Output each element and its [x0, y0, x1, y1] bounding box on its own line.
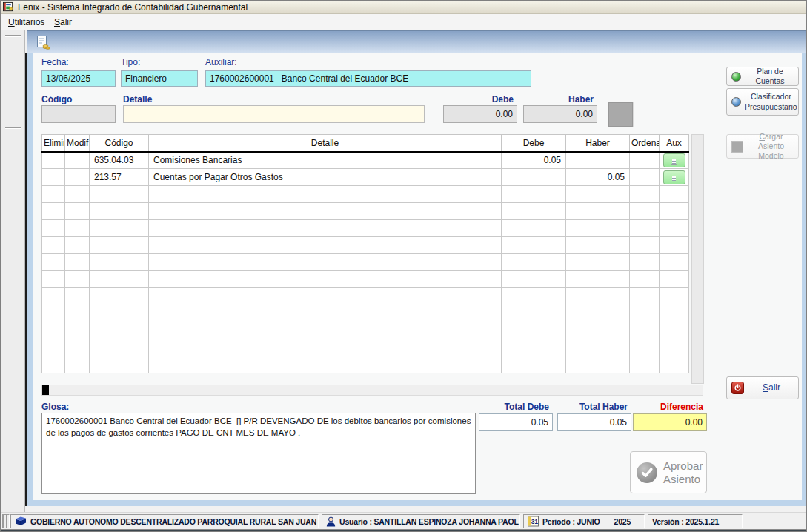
cell-modif [65, 305, 90, 322]
cell-debe [502, 254, 566, 271]
cell-detalle[interactable]: Cuentas por Pagar Otros Gastos [149, 169, 502, 186]
menu-salir[interactable]: Salir [51, 16, 75, 28]
cell-ordenar[interactable] [630, 152, 660, 169]
menu-bar: Utilitarios Salir [1, 14, 806, 30]
detalle-entry-label: Detalle [123, 94, 152, 104]
auxiliar-input[interactable] [205, 70, 531, 87]
plan-de-cuentas-button[interactable]: Plan de Cuentas [726, 67, 799, 86]
cell-elimin [42, 271, 65, 288]
cell-haber [566, 356, 630, 373]
column-header-elimin: Elimin [42, 135, 65, 152]
journal-document-icon[interactable] [33, 33, 53, 51]
cell-aux [660, 322, 689, 339]
cell-ordenar [630, 203, 660, 220]
vertical-scrollbar[interactable] [691, 134, 704, 384]
cell-haber [566, 271, 630, 288]
cell-debe [502, 356, 566, 373]
clasificador-presupuestario-button[interactable]: Clasificador Presupuestario [726, 88, 799, 116]
status-bar: GOBIERNO AUTONOMO DESCENTRALIZADO PARROQ… [1, 512, 807, 529]
entries-table: EliminModifCódigoDetalleDebeHaberOrdenar… [41, 134, 689, 373]
cell-detalle [149, 254, 502, 271]
salir-button[interactable]: Salir [726, 376, 799, 399]
haber-entry-input[interactable] [523, 105, 597, 123]
fecha-input[interactable] [41, 70, 116, 87]
entries-table-body: 635.04.03Comisiones Bancarias0.05213.57C… [42, 152, 689, 373]
panel-border [27, 500, 807, 506]
cell-haber[interactable]: 0.05 [566, 169, 630, 186]
cell-elimin [42, 356, 65, 373]
aprobar-asiento-button[interactable]: Aprobar Asiento [630, 451, 707, 493]
cell-debe[interactable] [502, 169, 566, 186]
cell-elimin[interactable] [42, 152, 65, 169]
cell-haber[interactable] [566, 152, 630, 169]
cell-modif [65, 203, 90, 220]
auxiliar-label: Auxiliar: [205, 57, 237, 67]
cell-aux [660, 254, 689, 271]
codigo-entry-input[interactable] [41, 105, 116, 123]
tipo-label: Tipo: [121, 57, 140, 67]
cell-aux[interactable] [660, 169, 689, 186]
column-header-modif: Modif [65, 135, 90, 152]
scrollbar-thumb[interactable] [42, 385, 49, 395]
glosa-textarea[interactable]: 1760002600001 Banco Central del Ecuador … [41, 413, 476, 494]
table-empty-row [42, 254, 689, 271]
menu-utilitarios[interactable]: Utilitarios [5, 16, 47, 28]
cell-ordenar [630, 254, 660, 271]
entries-header-row: EliminModifCódigoDetalleDebeHaberOrdenar… [42, 135, 689, 152]
aprobar-asiento-label: Aprobar Asiento [663, 459, 703, 485]
cell-aux [660, 271, 689, 288]
cell-ordenar [630, 339, 660, 356]
cell-codigo[interactable]: 213.57 [90, 169, 149, 186]
cell-codigo [90, 322, 149, 339]
cell-elimin[interactable] [42, 169, 65, 186]
gray-square-icon [731, 141, 743, 153]
cell-aux [660, 305, 689, 322]
cell-codigo[interactable]: 635.04.03 [90, 152, 149, 169]
debe-entry-input[interactable] [443, 105, 517, 123]
table-empty-row [42, 288, 689, 305]
power-icon [731, 382, 744, 394]
cell-aux [660, 356, 689, 373]
cell-detalle[interactable]: Comisiones Bancarias [149, 152, 502, 169]
table-row: 213.57Cuentas por Pagar Otros Gastos0.05 [42, 169, 689, 186]
aux-detail-button[interactable] [663, 153, 685, 167]
plan-de-cuentas-label: Plan de Cuentas [745, 67, 795, 86]
panel-grip[interactable] [5, 127, 21, 128]
column-header-debe: Debe [502, 135, 566, 152]
total-debe-input[interactable] [479, 413, 553, 431]
cell-ordenar[interactable] [630, 169, 660, 186]
cell-ordenar [630, 186, 660, 203]
cell-detalle [149, 322, 502, 339]
cell-modif [65, 288, 90, 305]
table-row: 635.04.03Comisiones Bancarias0.05 [42, 152, 689, 169]
cell-debe [502, 271, 566, 288]
panel-grip[interactable] [5, 35, 21, 36]
periodo-panel: 31 Periodo : JUNIO 2025 [523, 514, 645, 528]
add-entry-button[interactable] [608, 102, 633, 127]
cell-aux [660, 203, 689, 220]
table-empty-row [42, 356, 689, 373]
diferencia-input[interactable] [633, 413, 707, 431]
column-header-detalle: Detalle [149, 135, 502, 152]
cell-elimin [42, 237, 65, 254]
cell-modif[interactable] [65, 169, 90, 186]
total-haber-input[interactable] [557, 413, 631, 431]
cell-debe[interactable]: 0.05 [502, 152, 566, 169]
cell-modif [65, 356, 90, 373]
cell-ordenar [630, 356, 660, 373]
cargar-asiento-modelo-button[interactable]: Cargar Asiento Modelo [726, 134, 799, 159]
cell-modif[interactable] [65, 152, 90, 169]
entity-panel: GOBIERNO AUTONOMO DESCENTRALIZADO PARROQ… [10, 514, 319, 528]
statusbar-grip [2, 514, 10, 528]
cell-haber [566, 322, 630, 339]
cell-aux [660, 186, 689, 203]
cell-codigo [90, 305, 149, 322]
cell-debe [502, 186, 566, 203]
table-empty-row [42, 271, 689, 288]
panel-border [802, 53, 807, 506]
horizontal-scrollbar[interactable] [41, 385, 703, 396]
detalle-entry-input[interactable] [123, 105, 425, 123]
tipo-input[interactable] [121, 70, 198, 87]
cell-aux[interactable] [660, 152, 689, 169]
aux-detail-button[interactable] [663, 170, 685, 184]
